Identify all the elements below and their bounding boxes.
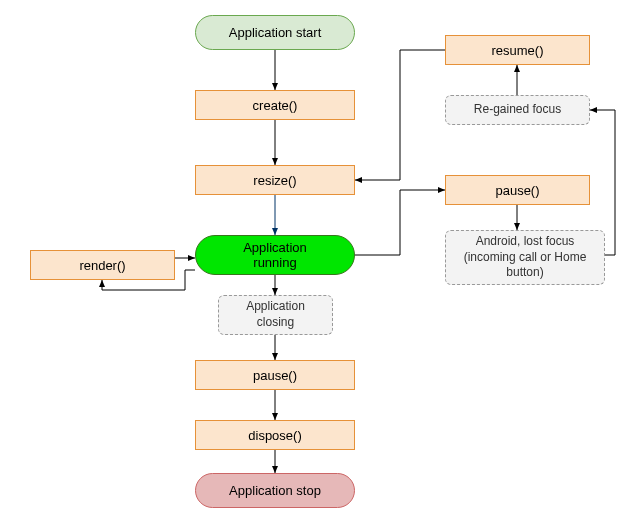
label-resize: resize() bbox=[253, 173, 296, 188]
node-create: create() bbox=[195, 90, 355, 120]
node-resize: resize() bbox=[195, 165, 355, 195]
node-pause-bottom: pause() bbox=[195, 360, 355, 390]
node-app-start: Application start bbox=[195, 15, 355, 50]
node-closing: Application closing bbox=[218, 295, 333, 335]
node-app-stop: Application stop bbox=[195, 473, 355, 508]
label-create: create() bbox=[253, 98, 298, 113]
label-dispose: dispose() bbox=[248, 428, 301, 443]
node-lost-focus: Android, lost focus (incoming call or Ho… bbox=[445, 230, 605, 285]
node-dispose: dispose() bbox=[195, 420, 355, 450]
node-pause-top: pause() bbox=[445, 175, 590, 205]
node-running: Application running bbox=[195, 235, 355, 275]
label-resume-top: resume() bbox=[491, 43, 543, 58]
label-app-stop: Application stop bbox=[229, 483, 321, 498]
label-pause-top: pause() bbox=[495, 183, 539, 198]
label-lost-focus: Android, lost focus (incoming call or Ho… bbox=[464, 234, 587, 281]
edge-resume-resize bbox=[355, 50, 445, 180]
label-app-start: Application start bbox=[229, 25, 322, 40]
label-render: render() bbox=[79, 258, 125, 273]
node-resume-top: resume() bbox=[445, 35, 590, 65]
node-regained-focus: Re-gained focus bbox=[445, 95, 590, 125]
node-render: render() bbox=[30, 250, 175, 280]
label-regained-focus: Re-gained focus bbox=[474, 102, 561, 118]
label-closing: Application closing bbox=[246, 299, 305, 330]
label-pause-bottom: pause() bbox=[253, 368, 297, 383]
label-running: Application running bbox=[243, 240, 307, 270]
edge-running-pause-top bbox=[355, 190, 445, 255]
